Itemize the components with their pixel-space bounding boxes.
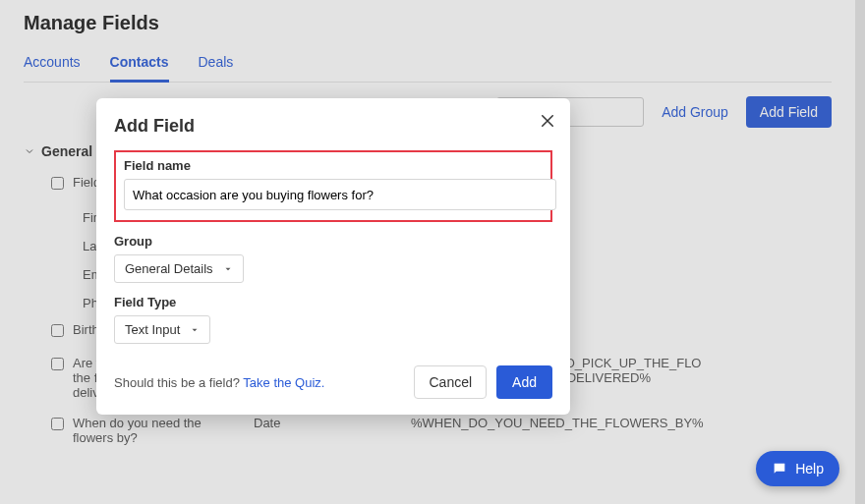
chat-icon — [772, 461, 787, 476]
field-name-label: Field name — [124, 158, 543, 173]
group-select[interactable]: General Details — [114, 254, 244, 283]
add-field-modal: Add Field Field name Group General Detai… — [96, 98, 570, 415]
caret-down-icon — [190, 325, 200, 335]
group-label: Group — [114, 234, 552, 249]
field-type-field: Field Type Text Input — [114, 295, 552, 344]
help-button[interactable]: Help — [756, 451, 839, 486]
take-quiz-link[interactable]: Take the Quiz. — [243, 375, 324, 390]
field-type-select[interactable]: Text Input — [114, 315, 210, 344]
close-button[interactable] — [539, 112, 556, 134]
add-button[interactable]: Add — [496, 365, 552, 399]
close-icon — [539, 112, 556, 130]
group-value: General Details — [125, 261, 213, 276]
modal-footer: Should this be a field? Take the Quiz. C… — [114, 365, 552, 399]
cancel-button[interactable]: Cancel — [414, 365, 487, 399]
field-type-label: Field Type — [114, 295, 552, 309]
field-name-input[interactable] — [124, 179, 556, 210]
modal-title: Add Field — [114, 116, 552, 137]
help-label: Help — [795, 461, 824, 476]
field-type-value: Text Input — [125, 322, 180, 337]
group-field: Group General Details — [114, 234, 552, 283]
hint-text: Should this be a field? — [114, 375, 243, 390]
caret-down-icon — [223, 264, 233, 274]
field-name-highlight: Field name — [114, 150, 552, 222]
